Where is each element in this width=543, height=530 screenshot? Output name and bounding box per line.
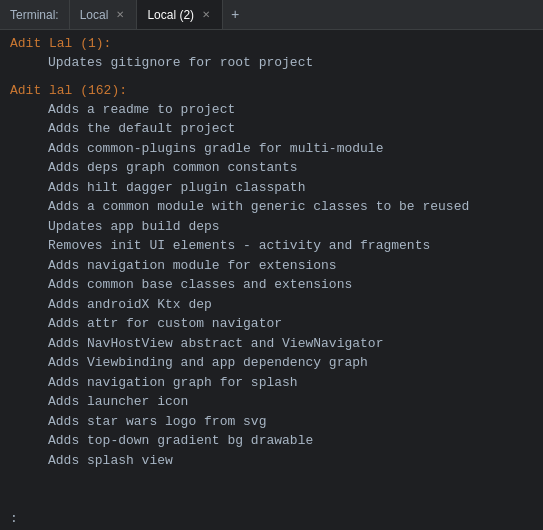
commit-block-0: Adit Lal (1):Updates gitignore for root … <box>10 36 533 73</box>
commit-line-1-17: Adds top-down gradient bg drawable <box>10 431 533 451</box>
commit-block-1: Adit lal (162):Adds a readme to projectA… <box>10 83 533 471</box>
terminal-content: Adit Lal (1):Updates gitignore for root … <box>0 30 543 509</box>
terminal-prompt: : <box>0 509 543 530</box>
tab-local-label: Local <box>80 8 109 22</box>
commit-line-1-9: Adds common base classes and extensions <box>10 275 533 295</box>
commit-header-1: Adit lal (162): <box>10 83 533 98</box>
tab-local[interactable]: Local ✕ <box>70 0 138 29</box>
terminal-label: Terminal: <box>0 0 70 29</box>
commit-line-1-3: Adds deps graph common constants <box>10 158 533 178</box>
commit-line-1-1: Adds the default project <box>10 119 533 139</box>
commit-line-1-15: Adds launcher icon <box>10 392 533 412</box>
commit-line-1-10: Adds androidX Ktx dep <box>10 295 533 315</box>
commit-line-1-5: Adds a common module with generic classe… <box>10 197 533 217</box>
tab-local-2-close[interactable]: ✕ <box>200 9 212 21</box>
commit-line-1-14: Adds navigation graph for splash <box>10 373 533 393</box>
commit-line-1-16: Adds star wars logo from svg <box>10 412 533 432</box>
tab-local-2-label: Local (2) <box>147 8 194 22</box>
commit-line-1-4: Adds hilt dagger plugin classpath <box>10 178 533 198</box>
commit-line-1-0: Adds a readme to project <box>10 100 533 120</box>
tab-add-button[interactable]: + <box>223 0 247 29</box>
prompt-symbol: : <box>10 511 18 526</box>
commit-line-1-11: Adds attr for custom navigator <box>10 314 533 334</box>
commit-header-0: Adit Lal (1): <box>10 36 533 51</box>
tab-bar: Terminal: Local ✕ Local (2) ✕ + <box>0 0 543 30</box>
tab-add-icon: + <box>231 7 239 23</box>
tab-local-2[interactable]: Local (2) ✕ <box>137 0 223 29</box>
commit-line-1-8: Adds navigation module for extensions <box>10 256 533 276</box>
terminal-label-text: Terminal: <box>10 8 59 22</box>
commit-line-1-7: Removes init UI elements - activity and … <box>10 236 533 256</box>
commit-line-1-12: Adds NavHostView abstract and ViewNaviga… <box>10 334 533 354</box>
tab-local-close[interactable]: ✕ <box>114 9 126 21</box>
commit-line-1-6: Updates app build deps <box>10 217 533 237</box>
commit-line-0-0: Updates gitignore for root project <box>10 53 533 73</box>
commit-line-1-2: Adds common-plugins gradle for multi-mod… <box>10 139 533 159</box>
commit-line-1-18: Adds splash view <box>10 451 533 471</box>
commit-line-1-13: Adds Viewbinding and app dependency grap… <box>10 353 533 373</box>
